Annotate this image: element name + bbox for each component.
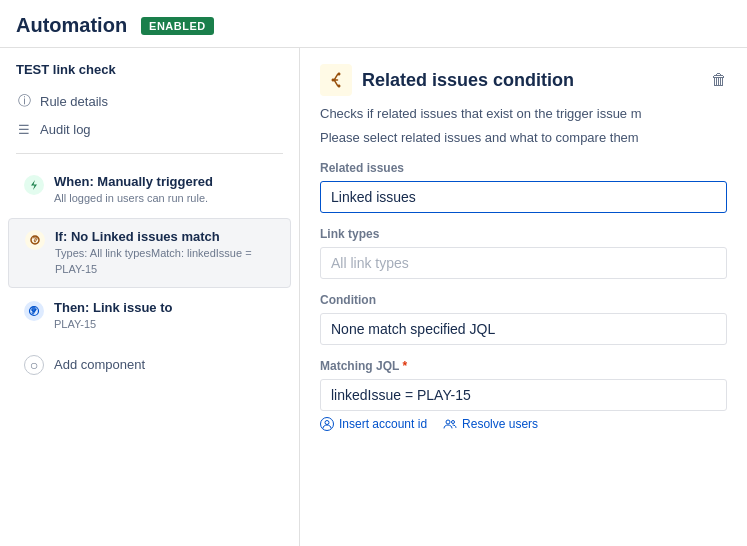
- sidebar-item-rule-details[interactable]: ⓘ Rule details: [0, 87, 299, 115]
- related-issues-section: Related issues: [320, 161, 727, 213]
- resolve-users-button[interactable]: Resolve users: [443, 417, 538, 431]
- account-icon: [320, 417, 334, 431]
- audit-log-label: Audit log: [40, 122, 91, 137]
- users-icon: [443, 417, 457, 431]
- jql-helpers: Insert account id Resolve users: [320, 417, 727, 431]
- step-then-sublabel: PLAY-15: [54, 317, 275, 332]
- step-then[interactable]: Then: Link issue to PLAY-15: [8, 290, 291, 342]
- main-layout: TEST link check ⓘ Rule details ☰ Audit l…: [0, 48, 747, 546]
- step-when-label: When: Manually triggered: [54, 174, 275, 189]
- step-if-sublabel: Types: All link typesMatch: linkedIssue …: [55, 246, 274, 277]
- panel-desc-1: Checks if related issues that exist on t…: [320, 104, 727, 124]
- step-when-icon: [24, 175, 44, 195]
- related-issues-label: Related issues: [320, 161, 727, 175]
- svg-point-5: [452, 421, 455, 424]
- svg-point-1: [34, 243, 35, 244]
- condition-label: Condition: [320, 293, 727, 307]
- sidebar: TEST link check ⓘ Rule details ☰ Audit l…: [0, 48, 300, 546]
- right-panel: Related issues condition 🗑 Checks if rel…: [300, 48, 747, 546]
- app-title: Automation: [16, 14, 127, 37]
- step-if-label: If: No Linked issues match: [55, 229, 274, 244]
- link-types-label: Link types: [320, 227, 727, 241]
- step-if[interactable]: If: No Linked issues match Types: All li…: [8, 218, 291, 288]
- step-then-label: Then: Link issue to: [54, 300, 275, 315]
- step-when-sublabel: All logged in users can run rule.: [54, 191, 275, 206]
- insert-account-id-button[interactable]: Insert account id: [320, 417, 427, 431]
- step-if-icon: [25, 230, 45, 250]
- add-component-button[interactable]: ○ Add component: [8, 345, 291, 385]
- sidebar-divider: [16, 153, 283, 154]
- sidebar-item-audit-log[interactable]: ☰ Audit log: [0, 115, 299, 143]
- svg-point-4: [446, 420, 450, 424]
- matching-jql-section: Matching JQL * Insert account id: [320, 359, 727, 431]
- link-types-input[interactable]: [320, 247, 727, 279]
- insert-account-id-label: Insert account id: [339, 417, 427, 431]
- delete-icon[interactable]: 🗑: [711, 71, 727, 89]
- svg-point-3: [325, 421, 329, 425]
- step-then-icon: [24, 301, 44, 321]
- step-when[interactable]: When: Manually triggered All logged in u…: [8, 164, 291, 216]
- audit-icon: ☰: [16, 121, 32, 137]
- panel-header: Related issues condition 🗑: [320, 64, 727, 96]
- panel-icon: [320, 64, 352, 96]
- resolve-users-label: Resolve users: [462, 417, 538, 431]
- condition-input[interactable]: [320, 313, 727, 345]
- matching-jql-label: Matching JQL *: [320, 359, 727, 373]
- matching-jql-input[interactable]: [320, 379, 727, 411]
- add-circle-icon: ○: [24, 355, 44, 375]
- related-issues-input[interactable]: [320, 181, 727, 213]
- condition-section: Condition: [320, 293, 727, 345]
- panel-desc-2: Please select related issues and what to…: [320, 128, 727, 148]
- info-icon: ⓘ: [16, 93, 32, 109]
- panel-title: Related issues condition: [362, 70, 701, 91]
- link-types-section: Link types: [320, 227, 727, 279]
- app-header: Automation ENABLED: [0, 0, 747, 48]
- rule-details-label: Rule details: [40, 94, 108, 109]
- enabled-badge: ENABLED: [141, 17, 214, 35]
- add-component-label: Add component: [54, 357, 145, 372]
- rule-name: TEST link check: [0, 62, 299, 87]
